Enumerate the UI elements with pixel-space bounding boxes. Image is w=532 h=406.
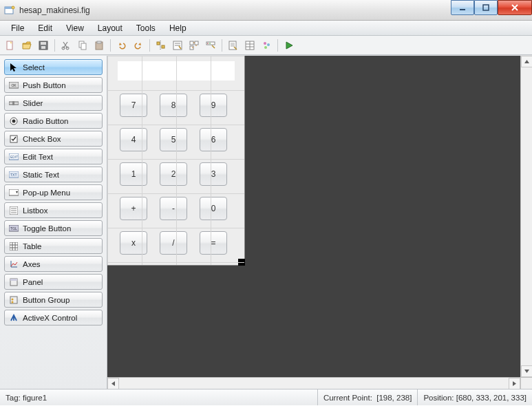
calc-button-3[interactable]: 3 [200,162,227,186]
save-icon[interactable] [36,38,51,53]
open-icon[interactable] [19,38,34,53]
popupmenu-icon [9,188,19,197]
palette-label: Select [23,63,45,72]
window-title: hesap_makinesi.fig [19,6,90,15]
palette-label: Pop-up Menu [23,189,70,197]
horizontal-scrollbar[interactable] [107,377,520,389]
svg-point-35 [264,42,266,45]
statictext-icon: TXT [9,170,19,180]
table-icon [9,242,19,251]
svg-rect-3 [460,9,465,10]
palette-popupmenu[interactable]: Pop-up Menu [4,184,103,200]
svg-rect-4 [483,5,489,10]
palette-listbox[interactable]: Listbox [4,202,103,218]
align-icon[interactable] [153,38,169,53]
calc-button-0[interactable]: 0 [200,197,227,220]
palette-label: Static Text [23,171,59,179]
palette-label: Panel [23,278,43,286]
svg-rect-14 [97,41,101,43]
calc-button-div[interactable]: / [160,231,187,255]
listbox-icon [9,206,19,215]
status-tag-label: Tag: [6,394,21,402]
paste-icon[interactable] [92,38,107,53]
scroll-left-icon[interactable] [107,378,119,389]
palette-slider[interactable]: Slider [4,95,103,111]
window-maximize-button[interactable] [474,0,498,15]
svg-point-43 [12,119,16,122]
menu-view[interactable]: View [59,23,91,33]
palette-label: Button Group [23,296,70,304]
calc-button-4[interactable]: 4 [120,128,147,151]
menu-help[interactable]: Help [162,23,193,33]
redo-icon[interactable] [131,38,146,53]
palette-buttongroup[interactable]: Button Group [4,292,103,308]
palette-edittext[interactable]: EDIT Edit Text [4,149,103,164]
app-icon [4,5,15,16]
calc-button-7[interactable]: 7 [120,94,147,117]
object-browser-icon[interactable] [259,38,274,53]
menu-edit[interactable]: Edit [31,23,59,33]
display-edit-text[interactable] [118,61,235,81]
mfile-editor-icon[interactable] [226,38,241,53]
menu-layout[interactable]: Layout [91,23,129,33]
palette-table[interactable]: Table [4,238,103,254]
scroll-up-icon[interactable] [521,56,533,67]
property-inspector-icon[interactable] [242,38,257,53]
svg-text:TGL: TGL [10,226,17,231]
undo-icon[interactable] [114,38,129,53]
calc-button-5[interactable]: 5 [160,128,187,151]
palette-label: Check Box [23,135,61,143]
svg-rect-16 [162,45,164,48]
palette-togglebutton[interactable]: TGL Toggle Button [4,220,103,236]
palette-select[interactable]: Select [4,59,103,75]
calc-button-2[interactable]: 2 [160,162,187,186]
calc-button-9[interactable]: 9 [200,94,227,117]
palette-radiobutton[interactable]: Radio Button [4,113,103,129]
svg-point-64 [12,298,14,300]
palette-checkbox[interactable]: Check Box [4,131,103,147]
figure-surface[interactable]: 7 8 9 4 5 6 1 2 3 + - 0 x / = [107,56,245,266]
cut-icon[interactable] [58,38,74,53]
scroll-right-icon[interactable] [509,378,520,389]
calc-button-minus[interactable]: - [160,197,187,220]
palette-label: Table [23,242,42,250]
palette-panel[interactable]: Panel [4,274,103,290]
svg-rect-15 [157,42,160,45]
scroll-corner [520,377,532,389]
vertical-scrollbar[interactable] [520,56,532,377]
svg-rect-12 [81,43,86,50]
palette-label: Listbox [23,206,47,215]
menu-editor-icon[interactable] [170,38,185,53]
calc-button-8[interactable]: 8 [160,94,187,117]
calc-button-6[interactable]: 6 [200,128,227,151]
tab-order-icon[interactable] [187,38,202,53]
calc-button-mult[interactable]: x [120,231,147,255]
palette-statictext[interactable]: TXT Static Text [4,167,103,182]
status-tag-value: figure1 [23,394,47,402]
menu-file[interactable]: File [4,23,31,33]
palette-axes[interactable]: Axes [4,256,103,272]
run-icon[interactable] [281,38,297,53]
statusbar: Tag: figure1 Current Point: [198, 238] P… [0,389,532,405]
svg-rect-56 [10,242,18,250]
component-palette: Select OK Push Button Slider Radio Butto… [0,56,107,389]
window-close-button[interactable] [498,0,532,15]
calc-button-1[interactable]: 1 [120,162,147,186]
menu-tools[interactable]: Tools [129,23,162,33]
calc-button-plus[interactable]: + [120,197,147,220]
palette-label: Toggle Button [23,224,71,233]
palette-activex[interactable]: ActiveX Control [4,310,103,325]
scroll-down-icon[interactable] [521,365,533,377]
svg-rect-8 [41,46,45,49]
svg-text:OK: OK [11,83,17,87]
toolbar [0,36,532,55]
palette-pushbutton[interactable]: OK Push Button [4,77,103,93]
edittext-icon: EDIT [9,152,19,162]
panel-icon [9,277,19,287]
window-minimize-button[interactable] [451,0,474,15]
new-icon[interactable] [3,38,18,53]
toolbar-editor-icon[interactable] [203,38,218,53]
calc-button-eq[interactable]: = [200,231,227,255]
figure-resize-handle[interactable] [238,259,245,266]
copy-icon[interactable] [75,38,90,53]
